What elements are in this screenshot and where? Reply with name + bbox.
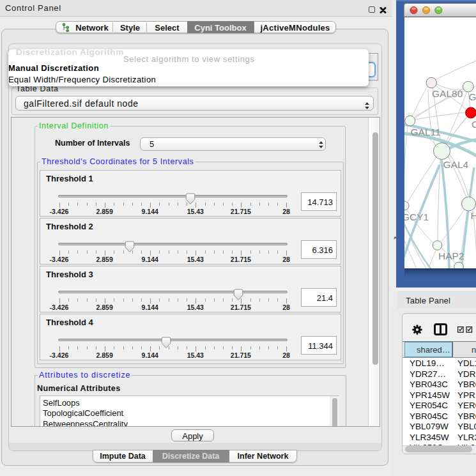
svg-text:GAL80: GAL80: [432, 88, 463, 99]
svg-text:HAP2: HAP2: [438, 250, 464, 261]
svg-text:CY: CY: [472, 119, 476, 130]
svg-text:HI: HI: [471, 210, 476, 221]
svg-text:GAL11: GAL11: [411, 127, 441, 137]
svg-text:GAL4: GAL4: [443, 159, 469, 170]
svg-text:GCY1: GCY1: [404, 211, 429, 222]
svg-text:GA: GA: [469, 91, 476, 102]
